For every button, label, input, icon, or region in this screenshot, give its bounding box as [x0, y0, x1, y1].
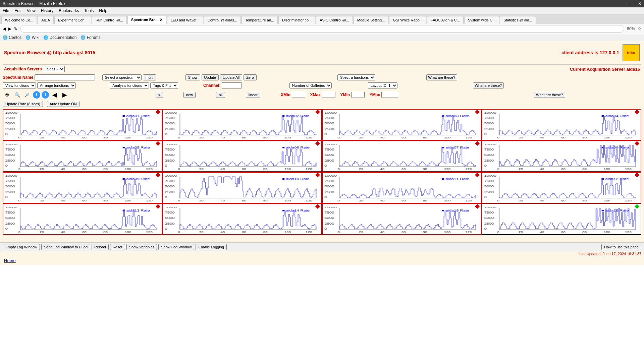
menu-history[interactable]: History: [41, 8, 53, 13]
layout-id-select[interactable]: Layout ID=1: [368, 82, 397, 88]
empty-log-btn[interactable]: Empty Log Window: [3, 244, 40, 250]
gallery-cell-2[interactable]: [162, 109, 322, 140]
close-btn[interactable]: ✕: [638, 1, 641, 6]
reload-btn[interactable]: ↻: [14, 26, 17, 31]
bookmark-centos[interactable]: 🌐 Centos: [3, 35, 21, 40]
new-btn[interactable]: new: [183, 92, 196, 98]
xmin-input[interactable]: 0: [292, 92, 305, 98]
multi-btn[interactable]: multi: [143, 74, 156, 80]
tab-gsi[interactable]: GSI White Rabb...: [389, 16, 426, 24]
show-btn[interactable]: Show: [185, 74, 200, 80]
select-spectrum-dropdown[interactable]: Select a spectrum: [102, 74, 142, 80]
maximize-btn[interactable]: □: [633, 1, 635, 6]
update-all-btn[interactable]: Update All: [220, 74, 242, 80]
gallery-cell-4[interactable]: [482, 109, 641, 140]
gallery-cell-7[interactable]: [322, 140, 482, 172]
forward-btn[interactable]: ▶: [8, 26, 11, 31]
address-bar[interactable]: localhost:8015/Spectrum/Spectrum.tml: [20, 25, 624, 33]
what-these2-btn[interactable]: What are these?: [473, 82, 504, 88]
what-these1-btn[interactable]: What are these?: [426, 74, 458, 80]
info-icon-btn[interactable]: ℹ: [33, 91, 40, 99]
chart-canvas-3: [324, 112, 480, 139]
spectrum-name-label: Spectrum Name: [3, 75, 33, 80]
gallery-cell-10[interactable]: [162, 172, 322, 203]
gallery-cell-13[interactable]: [3, 203, 162, 235]
tab-runcontrol[interactable]: Run Control @...: [92, 16, 127, 24]
what-these3-btn[interactable]: What are these?: [534, 92, 565, 98]
x-btn[interactable]: x: [156, 92, 163, 98]
next-btn[interactable]: ▶: [60, 90, 69, 99]
spectrum-name-input[interactable]: Rate: [35, 74, 95, 80]
how-use-btn[interactable]: How to use this page: [601, 244, 641, 250]
bookmark-documentation[interactable]: 🌐 Documentation: [43, 35, 76, 40]
tab-discriminator[interactable]: Discriminator co...: [278, 16, 315, 24]
tab-experiment[interactable]: Experiment Con...: [54, 16, 91, 24]
minimize-btn[interactable]: ─: [627, 1, 630, 6]
last-updated-text: Last Updated: June 17, 2024 16:31:37: [579, 252, 641, 256]
nuclear-icon-btn[interactable]: ☢: [3, 90, 11, 99]
tags-fits-select[interactable]: Tags & Fits: [150, 82, 178, 88]
menu-view[interactable]: View: [27, 8, 36, 13]
bookmark-star[interactable]: ☆: [638, 26, 641, 31]
gallery-cell-14[interactable]: [162, 203, 322, 235]
tab-welcome[interactable]: Welcome to Ce...: [1, 16, 37, 24]
menu-edit[interactable]: Edit: [14, 8, 21, 13]
ymin-input[interactable]: 0: [351, 92, 365, 98]
reload-btn[interactable]: Reload: [92, 244, 109, 250]
tab-aida[interactable]: AIDA: [38, 16, 54, 24]
update-rate-btn[interactable]: Update Rate (8 secs): [3, 101, 43, 107]
show-log-btn[interactable]: Show Log Window: [158, 244, 194, 250]
spectra-functions-select[interactable]: Spectra functions: [337, 74, 375, 80]
home-link[interactable]: Home: [0, 256, 644, 265]
xmax-input[interactable]: 128: [322, 92, 335, 98]
menu-tools[interactable]: Tools: [84, 8, 94, 13]
all-btn[interactable]: all: [216, 92, 225, 98]
gallery-cell-5[interactable]: [3, 140, 162, 172]
acq-server-select[interactable]: aida16: [44, 66, 65, 72]
channel-input[interactable]: [222, 82, 242, 88]
send-log-btn[interactable]: Send Log Window to ELog: [41, 244, 90, 250]
gallery-cell-16[interactable]: [482, 203, 641, 235]
tab-temperature[interactable]: Temperature an...: [241, 16, 278, 24]
linear-btn[interactable]: linear: [246, 92, 260, 98]
gallery-cell-1[interactable]: [3, 109, 162, 140]
auto-update-btn[interactable]: Auto Update ON: [47, 101, 79, 107]
tab-asic[interactable]: ASIC Control @...: [316, 16, 353, 24]
prev-btn[interactable]: ◀: [50, 90, 59, 99]
tab-fadc[interactable]: FADC Align & C...: [427, 16, 464, 24]
back-btn[interactable]: ◀: [3, 26, 6, 31]
tab-stats[interactable]: Statistics @ aid...: [500, 16, 536, 24]
gallery-cell-11[interactable]: [322, 172, 482, 203]
gallery-cell-15[interactable]: [322, 203, 482, 235]
number-of-galleries-select[interactable]: Number of Galleries: [289, 82, 332, 88]
ymax-input[interactable]: 10000: [381, 92, 398, 98]
info2-icon-btn[interactable]: ℹ: [42, 91, 49, 99]
analysis-functions-select[interactable]: Analysis functions: [110, 82, 149, 88]
tab-system[interactable]: System wide C...: [464, 16, 499, 24]
tab-module[interactable]: Module Setting...: [354, 16, 389, 24]
menu-bookmarks[interactable]: Bookmarks: [59, 8, 79, 13]
gallery-cell-9[interactable]: [3, 172, 162, 203]
gallery-cell-6[interactable]: [162, 140, 322, 172]
home-text[interactable]: Home: [4, 258, 16, 263]
bookmark-forums[interactable]: 🌐 Forums: [80, 35, 100, 40]
update-btn[interactable]: Update: [202, 74, 219, 80]
gallery-cell-3[interactable]: [322, 109, 482, 140]
reset-btn[interactable]: Reset: [110, 244, 125, 250]
arrange-functions-select[interactable]: Arrange functions: [37, 82, 76, 88]
bookmark-wiki[interactable]: 🌐 Wiki: [25, 35, 39, 40]
gallery-cell-12[interactable]: [482, 172, 641, 203]
tab-control[interactable]: Control @ aidas...: [204, 16, 241, 24]
tab-led[interactable]: LED and Wavef...: [167, 16, 203, 24]
page-header: Spectrum Browser @ http aidas-gsl 8015 c…: [0, 41, 644, 64]
zero-btn[interactable]: Zero: [244, 74, 257, 80]
enable-logging-btn[interactable]: Enable Logging: [196, 244, 226, 250]
show-variables-btn[interactable]: Show Variables: [126, 244, 157, 250]
menu-file[interactable]: File: [3, 8, 9, 13]
gallery-cell-8[interactable]: [482, 140, 641, 172]
view-functions-select[interactable]: View functions: [3, 82, 36, 88]
zoom-out-icon-btn[interactable]: 🔎: [23, 90, 32, 99]
zoom-in-icon-btn[interactable]: 🔍: [13, 90, 21, 99]
tab-spectrum[interactable]: Spectrum Bro... ✕: [127, 16, 166, 24]
menu-help[interactable]: Help: [99, 8, 107, 13]
